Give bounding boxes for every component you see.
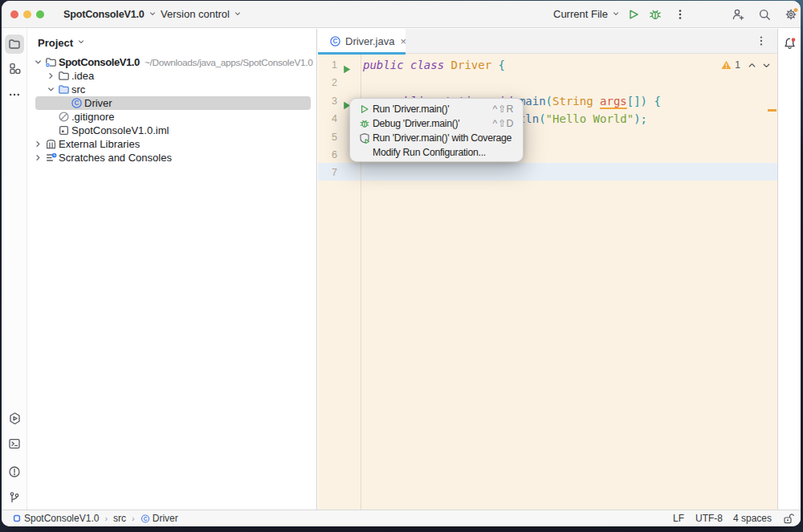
line-number: 3 [318,92,337,110]
line-ending-indicator[interactable]: LF [673,510,684,526]
scrollbar-warning-mark[interactable] [768,109,777,112]
tree-item-label: Scratches and Consoles [59,152,172,164]
line-number: 2 [318,74,337,91]
breadcrumb-src[interactable]: src [113,513,126,524]
chevron-expanded-icon[interactable] [44,83,57,96]
scratches-icon [44,152,57,164]
tree-item-label: src [71,83,85,95]
chevron-collapsed-icon[interactable] [31,152,44,164]
search-everywhere-button[interactable] [757,7,772,22]
chevron-expanded-icon[interactable] [31,56,44,69]
git-toolwindow-button[interactable] [5,488,24,507]
code-line-2: 2 [318,74,777,91]
menu-item-run-with-coverage[interactable]: Run 'Driver.main()' with Coverage [350,131,523,145]
module-icon [12,514,22,524]
breadcrumb-separator: › [104,514,108,523]
tree-item-driver-class[interactable]: C Driver [28,96,316,110]
notifications-button[interactable] [780,34,799,53]
warning-count: 1 [735,59,740,71]
breadcrumb-project[interactable]: SpotConsoleV1.0 [24,513,99,524]
debug-icon [359,118,370,129]
indent-indicator[interactable]: 4 spaces [733,510,772,526]
tree-item-src-folder[interactable]: src [28,83,316,96]
menu-item-run[interactable]: Run 'Driver.main()' ^⇧R [350,102,523,116]
tree-item-gitignore[interactable]: .gitignore [28,110,316,124]
run-configuration-selector[interactable]: Current File [553,1,618,28]
next-warning-icon [762,61,771,70]
java-class-icon: C [328,35,341,48]
encoding-indicator[interactable]: UTF-8 [695,510,723,526]
code-keyword: public class [363,59,451,71]
warning-icon [721,60,732,70]
breadcrumb-file[interactable]: Driver [153,513,178,524]
code-paren: ); [634,112,647,125]
more-toolwindows-button[interactable] [5,85,24,104]
chevron-down-icon [613,10,618,16]
project-tree: SpotConsoleV1.0 ~/Downloads/java_apps/Sp… [28,55,316,164]
left-toolwindow-stripe [2,29,27,510]
tree-item-label: .idea [71,70,94,82]
tree-item-project-root[interactable]: SpotConsoleV1.0 ~/Downloads/java_apps/Sp… [28,55,316,69]
tree-item-iml-file[interactable]: SpotConsoleV1.0.iml [28,124,316,137]
tree-item-external-libraries[interactable]: External Libraries [28,137,316,151]
project-widget[interactable]: SpotConsoleV1.0 [63,1,155,28]
chevron-collapsed-icon[interactable] [31,138,44,151]
debug-button[interactable] [648,7,662,22]
ide-window: SpotConsoleV1.0 Version control Current … [2,1,801,526]
coverage-icon [359,132,370,144]
chevron-collapsed-icon[interactable] [44,70,57,83]
code-string-literal: "Hello World" [546,112,634,125]
tree-item-idea-folder[interactable]: .idea [28,69,316,83]
tab-title: Driver.java [345,35,394,47]
chevron-down-icon [149,10,155,16]
code-class-name: String [552,95,593,108]
menu-item-debug[interactable]: Debug 'Driver.main()' ^⇧D [350,116,523,131]
code-paren: ( [546,95,552,108]
structure-toolwindow-button[interactable] [5,59,24,78]
tab-options-button[interactable] [755,35,768,47]
run-button[interactable] [626,7,641,22]
settings-button[interactable] [784,7,798,22]
svg-text:C: C [332,38,337,45]
run-class-gutter-icon[interactable] [343,61,351,69]
tree-item-path: ~/Downloads/java_apps/SpotConsoleV1.0 [145,57,313,68]
editor-tab-bar: C Driver.java × [318,29,777,54]
notification-dot [791,38,795,42]
zoom-window-button[interactable] [36,10,44,18]
svg-text:C: C [74,99,79,107]
vcs-widget-label: Version control [161,8,230,20]
readonly-lock-icon[interactable] [782,513,795,526]
svg-text:C: C [143,515,147,521]
project-toolwindow-header[interactable]: Project [38,35,84,50]
menu-item-label: Debug 'Driver.main()' [373,118,459,129]
folder-icon [57,83,70,96]
inspections-widget[interactable]: 1 [721,59,771,71]
line-number: 1 [318,56,337,74]
chevron-down-icon [78,39,84,44]
problems-toolwindow-button[interactable] [5,462,24,481]
menu-item-modify-run-configuration[interactable]: Modify Run Configuration... [350,145,523,160]
code-line-1: 1 public class Driver { [318,56,777,74]
menu-item-label: Run 'Driver.main()' [373,104,449,115]
project-header-label: Project [38,37,73,49]
minimize-window-button[interactable] [23,10,31,18]
more-actions-button[interactable] [673,7,687,22]
status-bar: SpotConsoleV1.0 › src › C Driver LF UTF-… [2,510,801,526]
right-toolwindow-stripe [777,29,801,510]
code-class-name: Driver [451,59,499,71]
tree-item-label: External Libraries [59,138,140,150]
close-window-button[interactable] [10,10,18,18]
vcs-widget[interactable]: Version control [161,1,240,28]
project-toolwindow-button[interactable] [5,35,24,54]
code-with-me-icon[interactable] [731,7,745,22]
breadcrumb-separator: › [132,514,135,523]
previous-warning-icon [748,61,756,70]
services-toolwindow-button[interactable] [5,408,24,428]
navigation-breadcrumbs: SpotConsoleV1.0 › src › C Driver [12,510,178,526]
line-number: 7 [318,164,337,181]
tree-item-scratches[interactable]: Scratches and Consoles [28,151,316,164]
line-number: 5 [318,128,337,146]
terminal-toolwindow-button[interactable] [5,434,24,453]
tab-close-button[interactable]: × [400,35,406,47]
tab-driver-java[interactable]: C Driver.java × [318,29,406,54]
